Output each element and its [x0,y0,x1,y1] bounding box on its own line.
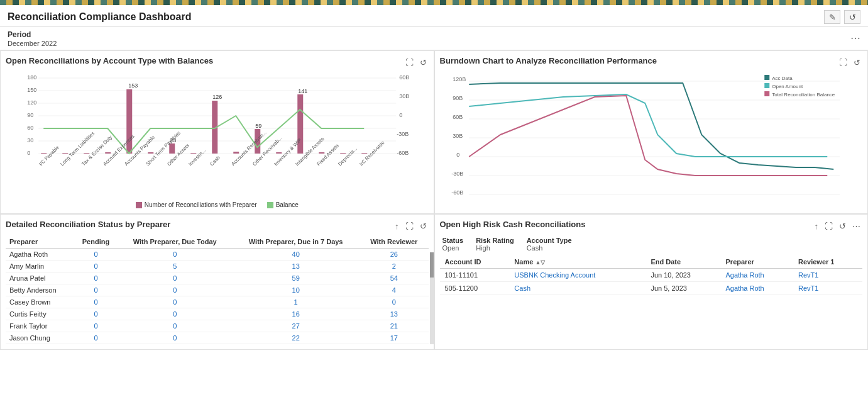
table-row: Casey Brown 0 0 1 0 [6,296,429,308]
risk-expand-icon[interactable]: ⛶ [823,221,835,232]
bar-chart-header: Open Reconciliations by Account Type wit… [6,56,429,69]
risk-cell-enddate: Jun 10, 2023 [646,269,720,282]
cell-preparer: Jason Chung [6,332,74,344]
svg-text:141: 141 [298,88,307,94]
cell-reviewer: 13 [360,308,428,320]
scroll-indicator[interactable] [430,252,434,344]
svg-rect-72 [764,83,769,88]
burndown-svg: 120B 90B 60B 30B 0 -30B -60B [440,72,863,210]
legend-line: Balance [267,201,299,208]
risk-filter-row: Status Open Risk Rating High Account Typ… [440,235,863,255]
bar-chart-refresh-icon[interactable]: ↺ [418,57,429,68]
risk-cell-name[interactable]: Cash [509,282,646,295]
svg-text:126: 126 [212,94,222,100]
burndown-panel: Burndown Chart to Analyze Reconciliation… [434,50,869,214]
bar-chart-panel: Open Reconciliations by Account Type wit… [0,50,434,214]
cell-pending: 0 [74,320,118,332]
svg-rect-20 [62,153,68,154]
detail-expand-icon[interactable]: ⛶ [404,221,415,232]
table-row: Amy Marlin 0 5 13 2 [6,261,429,272]
risk-cell-name[interactable]: USBNK Checking Account [509,269,646,282]
detail-table-panel: Detailed Reconciliation Status by Prepar… [0,214,434,350]
cell-preparer: Aruna Patel [6,272,74,284]
legend-bar: Number of Reconciliations with Preparer [136,201,257,208]
legend-line-color [267,202,273,208]
svg-rect-37 [319,152,324,154]
filter-status: Status Open [442,237,464,252]
svg-text:-60B: -60B [451,189,463,196]
table-row: Betty Anderson 0 0 10 4 [6,284,429,296]
risk-table-header: Open High Risk Cash Reconciliations ↑ ⛶ … [440,220,863,233]
risk-more-icon[interactable]: ⋯ [850,221,862,232]
burndown-refresh-icon[interactable]: ↺ [852,57,862,68]
detail-share-icon[interactable]: ↑ [393,221,401,232]
risk-cell-id: 505-11200 [440,282,510,295]
svg-text:Long Term Liabilities: Long Term Liabilities [59,131,96,167]
table-row: Agatha Roth 0 0 40 26 [6,249,429,261]
bar-chart-legend: Number of Reconciliations with Preparer … [6,201,429,208]
cell-preparer: Agatha Roth [6,249,74,261]
risk-col-enddate: End Date [646,255,720,269]
risk-table-icons: ↑ ⛶ ↺ ⋯ [813,221,863,232]
header-icons: ✎ ↺ [824,10,860,24]
risk-table-row: 101-11101 USBNK Checking Account Jun 10,… [440,269,863,282]
detail-table-title: Detailed Reconciliation Status by Prepar… [6,220,170,229]
svg-text:30B: 30B [399,93,409,99]
cell-due-7days: 22 [232,332,360,344]
risk-cell-reviewer[interactable]: RevT1 [793,269,862,282]
svg-text:150: 150 [27,87,36,93]
bar-chart-expand-icon[interactable]: ⛶ [404,57,415,68]
period-more-dots[interactable]: ⋯ [850,32,860,44]
svg-rect-70 [764,75,769,80]
detail-table-icons: ↑ ⛶ ↺ [393,221,429,232]
svg-text:153: 153 [128,82,138,89]
risk-refresh-icon[interactable]: ↺ [837,221,848,232]
svg-text:-30B: -30B [397,131,409,137]
col-due-today: With Preparer, Due Today [118,235,232,249]
svg-text:Open Amount: Open Amount [772,84,803,89]
bar-chart-title: Open Reconciliations by Account Type wit… [6,56,213,65]
refresh-button[interactable]: ↺ [844,10,860,24]
scroll-thumb [430,252,434,278]
svg-text:Acc Data: Acc Data [772,76,793,81]
burndown-header: Burndown Chart to Analyze Reconciliation… [440,56,863,69]
cell-pending: 0 [74,284,118,296]
col-reviewer: With Reviewer [360,235,428,249]
svg-rect-25 [148,152,153,154]
burndown-chart-area: 120B 90B 60B 30B 0 -30B -60B [440,72,863,198]
cell-reviewer: 2 [360,261,428,272]
filter-risk-label: Risk Rating [476,237,514,244]
risk-cell-preparer[interactable]: Agatha Roth [721,282,793,295]
risk-cell-preparer[interactable]: Agatha Roth [721,269,793,282]
cell-pending: 0 [74,272,118,284]
risk-cell-reviewer[interactable]: RevT1 [793,282,862,295]
period-value: December 2022 [8,40,57,47]
cell-due-today: 0 [118,284,232,296]
cell-due-7days: 1 [232,296,360,308]
cell-due-7days: 16 [232,308,360,320]
svg-text:120: 120 [27,99,36,106]
col-preparer: Preparer [6,235,74,249]
cell-preparer: Amy Marlin [6,261,74,272]
cell-due-today: 0 [118,308,232,320]
risk-share-icon[interactable]: ↑ [813,221,821,232]
burndown-expand-icon[interactable]: ⛶ [837,57,849,68]
svg-text:Fixed Assets: Fixed Assets [316,143,339,167]
table-row: Frank Taylor 0 0 27 21 [6,320,429,332]
edit-button[interactable]: ✎ [824,10,840,24]
cell-pending: 0 [74,296,118,308]
cell-due-7days: 59 [232,272,360,284]
svg-rect-31 [233,152,239,154]
svg-text:Total Reconciliation Balance: Total Reconciliation Balance [772,92,835,98]
cell-due-today: 0 [118,249,232,261]
detail-refresh-icon[interactable]: ↺ [418,221,429,232]
svg-text:60B: 60B [399,74,409,81]
cell-preparer: Curtis Feitty [6,308,74,320]
cell-due-7days: 10 [232,284,360,296]
sort-icons[interactable]: ▲▽ [535,259,545,266]
risk-table-panel: Open High Risk Cash Reconciliations ↑ ⛶ … [434,214,869,350]
svg-text:60: 60 [27,125,33,131]
cell-due-7days: 27 [232,320,360,332]
dashboard-grid: Open Reconciliations by Account Type wit… [0,50,868,350]
bar-chart-icons: ⛶ ↺ [404,57,429,68]
